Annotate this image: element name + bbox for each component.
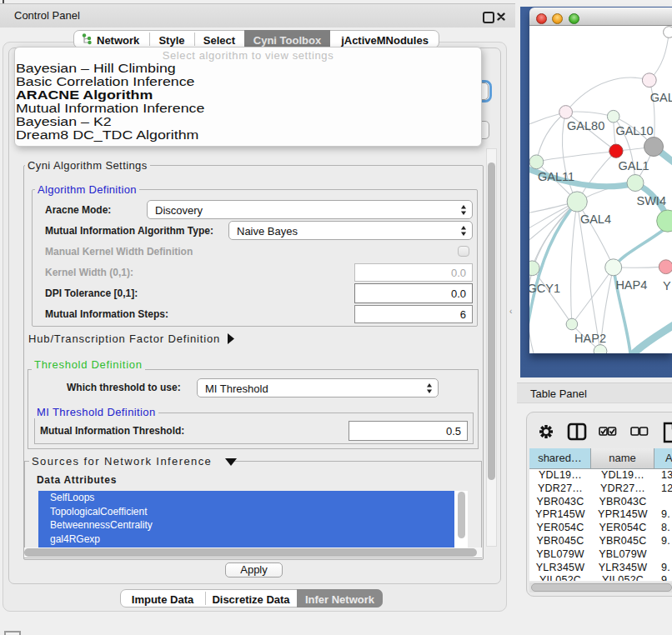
- svg-text:HAP2: HAP2: [574, 332, 606, 345]
- svg-text:GAL10: GAL10: [615, 124, 653, 138]
- svg-text:GAL80: GAL80: [567, 119, 604, 132]
- svg-text:GAL1: GAL1: [619, 159, 649, 172]
- svg-text:Y: Y: [663, 279, 671, 292]
- svg-text:SWI4: SWI4: [637, 194, 666, 208]
- svg-text:GAL11: GAL11: [538, 170, 574, 183]
- svg-text:HAP4: HAP4: [615, 278, 647, 292]
- svg-text:GCY1: GCY1: [529, 282, 560, 295]
- svg-text:GAL7: GAL7: [650, 91, 672, 104]
- svg-text:GAL4: GAL4: [580, 212, 611, 226]
